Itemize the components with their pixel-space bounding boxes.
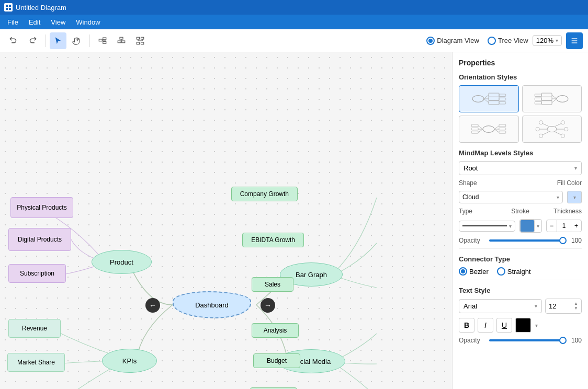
main-area: ← → Dashboard Product KPIs Bar Graph Soc… — [0, 52, 588, 389]
svg-line-25 — [484, 99, 489, 102]
tree-view-radio[interactable]: Tree View — [488, 37, 528, 45]
svg-line-60 — [555, 123, 561, 126]
settings-button[interactable] — [566, 32, 583, 49]
svg-rect-39 — [535, 94, 541, 97]
nav-left-arrow[interactable]: ← — [145, 298, 160, 313]
svg-rect-41 — [535, 101, 541, 104]
undo-button[interactable] — [5, 32, 22, 49]
tool-3-button[interactable] — [132, 32, 149, 49]
diagram-view-label: Diagram View — [437, 37, 479, 44]
connector-type-title: Connector Type — [459, 255, 582, 263]
svg-point-66 — [561, 121, 564, 124]
hand-tool-button[interactable] — [69, 32, 85, 49]
type-select[interactable]: ▾ — [459, 221, 515, 232]
svg-rect-7 — [103, 41, 106, 43]
fill-color-box[interactable]: ▾ — [567, 191, 582, 203]
revenue-node[interactable]: Revenue — [8, 319, 61, 338]
menu-file[interactable]: File — [2, 16, 24, 28]
svg-rect-29 — [499, 94, 506, 97]
zoom-control[interactable]: 120% ▾ — [533, 35, 562, 46]
physical-products-node[interactable]: Physical Products — [10, 197, 73, 218]
level-dropdown[interactable]: Root ▾ — [459, 161, 582, 175]
shape-fill-row: Shape Fill Color — [459, 179, 582, 187]
font-size-up[interactable]: ▲ — [574, 302, 578, 306]
tool-1-button[interactable] — [94, 32, 111, 49]
company-growth-node[interactable]: Company Growth — [231, 187, 298, 201]
market-share-node[interactable]: Market Share — [7, 353, 65, 372]
svg-point-65 — [564, 127, 568, 131]
sales-node[interactable]: Sales — [252, 277, 293, 292]
svg-rect-12 — [137, 37, 139, 39]
font-chevron: ▾ — [535, 303, 537, 309]
dashboard-node[interactable]: Dashboard — [173, 291, 251, 318]
orientation-root-right[interactable] — [522, 85, 582, 112]
opacity-row: Opacity 100 — [459, 237, 582, 244]
svg-line-43 — [478, 126, 483, 129]
thickness-increase[interactable]: + — [571, 221, 581, 231]
svg-rect-28 — [489, 101, 499, 105]
canvas[interactable]: ← → Dashboard Product KPIs Bar Graph Soc… — [0, 52, 452, 389]
stroke-color-box — [520, 220, 535, 232]
diagram-view-radio[interactable]: Diagram View — [426, 37, 479, 45]
kpis-node[interactable]: KPIs — [102, 349, 157, 373]
menu-view[interactable]: View — [46, 16, 71, 28]
svg-rect-11 — [122, 41, 125, 43]
budget-node[interactable]: Budget — [253, 353, 300, 368]
svg-rect-36 — [541, 93, 552, 97]
svg-line-57 — [542, 123, 549, 126]
underline-button[interactable]: U — [496, 318, 512, 333]
stroke-color-control[interactable]: ▾ — [519, 219, 542, 233]
digital-products-node[interactable]: Digital Products — [8, 228, 71, 251]
type-chevron: ▾ — [509, 223, 512, 229]
svg-point-22 — [472, 96, 484, 102]
menu-edit[interactable]: Edit — [24, 16, 46, 28]
text-opacity-value: 100 — [567, 337, 582, 344]
thickness-stepper[interactable]: − 1 + — [546, 220, 582, 232]
product-node[interactable]: Product — [92, 250, 152, 274]
svg-point-55 — [547, 127, 557, 132]
tool-2-button[interactable] — [113, 32, 130, 49]
select-tool-button[interactable] — [50, 32, 66, 49]
analysis-node[interactable]: Analysis — [252, 323, 299, 338]
ebidta-growth-node[interactable]: EBIDTA Growth — [242, 233, 304, 247]
tree-view-radio-circle — [488, 37, 496, 45]
font-size-down[interactable]: ▼ — [574, 306, 578, 311]
svg-rect-0 — [6, 5, 8, 7]
shape-select[interactable]: Cloud ▾ — [459, 191, 563, 203]
subscription-node[interactable]: Subscription — [8, 264, 66, 283]
toolbar-separator-1 — [45, 35, 46, 47]
stroke-label: Stroke — [501, 208, 539, 215]
svg-line-61 — [555, 132, 561, 134]
divider-1 — [459, 248, 582, 249]
thickness-decrease[interactable]: − — [547, 221, 557, 231]
svg-line-35 — [552, 99, 557, 102]
menu-window[interactable]: Window — [71, 16, 105, 28]
bezier-option[interactable]: Bezier — [459, 267, 489, 276]
svg-rect-49 — [472, 124, 479, 127]
svg-point-67 — [561, 134, 564, 138]
orientation-bidirectional[interactable] — [459, 116, 519, 143]
bold-button[interactable]: B — [459, 318, 474, 333]
text-opacity-slider[interactable] — [489, 339, 563, 341]
font-select[interactable]: Arial ▾ — [459, 299, 542, 313]
svg-line-48 — [494, 129, 499, 132]
svg-point-64 — [539, 134, 542, 138]
opacity-slider[interactable] — [489, 239, 563, 242]
svg-line-23 — [484, 95, 489, 99]
redo-button[interactable] — [24, 32, 41, 49]
svg-rect-52 — [499, 124, 506, 127]
svg-line-46 — [494, 126, 499, 129]
nav-right-arrow[interactable]: → — [261, 298, 275, 313]
orientation-radial[interactable] — [522, 116, 582, 143]
text-color-chevron[interactable]: ▾ — [535, 323, 538, 328]
zoom-chevron: ▾ — [556, 38, 558, 43]
orientation-root-left[interactable] — [459, 85, 519, 112]
text-color-swatch[interactable] — [515, 318, 531, 333]
text-opacity-thumb — [559, 337, 567, 344]
italic-button[interactable]: I — [478, 318, 493, 333]
font-size-select[interactable]: 12 ▲ ▼ — [545, 299, 582, 314]
type-label: Type — [459, 208, 497, 215]
shape-chevron: ▾ — [557, 194, 559, 200]
straight-option[interactable]: Straight — [497, 267, 531, 276]
mindmap-title: MindMap Levels Styles — [459, 149, 582, 157]
